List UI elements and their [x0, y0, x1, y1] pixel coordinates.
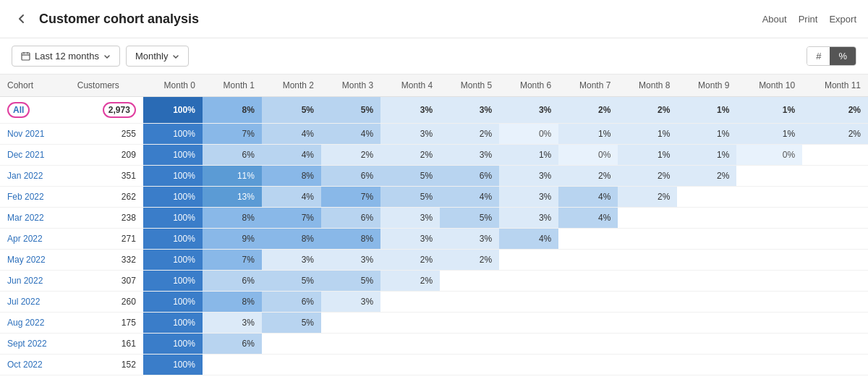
month-10-cell	[736, 334, 802, 355]
period-dropdown[interactable]: Last 12 months	[12, 46, 120, 67]
month-0-cell: 100%	[143, 187, 203, 208]
month-10-cell	[736, 229, 802, 250]
cohort-cell[interactable]: Oct 2022	[0, 355, 70, 375]
month-1-cell: 7%	[203, 250, 262, 271]
month-1-cell: 3%	[203, 313, 262, 334]
col-month8: Month 8	[618, 75, 677, 97]
cohort-cell[interactable]: Feb 2022	[0, 187, 70, 208]
month-9-cell: 2%	[677, 166, 736, 187]
back-icon	[16, 13, 27, 25]
month-11-cell	[802, 292, 868, 313]
month-11-cell	[802, 145, 868, 166]
cohort-cell[interactable]: Jun 2022	[0, 271, 70, 292]
col-month7: Month 7	[558, 75, 618, 97]
month-1-cell	[203, 355, 262, 375]
month-7-cell	[558, 313, 618, 334]
cohort-cell[interactable]: May 2022	[0, 250, 70, 271]
month-6-cell: 1%	[499, 145, 558, 166]
month-7-cell: 4%	[558, 208, 618, 229]
month-10-cell: 1%	[736, 124, 802, 145]
month-11-cell	[802, 355, 868, 375]
month-8-cell: 2%	[618, 166, 677, 187]
month-4-cell	[380, 334, 440, 355]
month-5-cell: 5%	[440, 208, 499, 229]
month-11-cell	[802, 250, 868, 271]
hash-toggle[interactable]: #	[807, 47, 830, 65]
month-9-cell	[677, 355, 736, 375]
export-button[interactable]: Export	[829, 14, 856, 25]
cohort-cell[interactable]: Apr 2022	[0, 229, 70, 250]
month-3-cell: 5%	[321, 97, 380, 124]
cohort-cell[interactable]: Sept 2022	[0, 334, 70, 355]
month-1-cell: 6%	[203, 145, 262, 166]
col-month11: Month 11	[802, 75, 868, 97]
table-row: Apr 2022271100%9%8%8%3%3%4%	[0, 229, 868, 250]
cohort-cell[interactable]: All	[0, 97, 70, 124]
month-3-cell	[321, 313, 380, 334]
month-4-cell: 2%	[380, 250, 440, 271]
month-8-cell	[618, 334, 677, 355]
month-6-cell: 0%	[499, 124, 558, 145]
month-3-cell: 5%	[321, 271, 380, 292]
view-toggle: # %	[807, 46, 856, 66]
col-customers: Customers	[70, 75, 143, 97]
month-0-cell: 100%	[143, 292, 203, 313]
month-7-cell: 4%	[558, 187, 618, 208]
cohort-cell[interactable]: Jan 2022	[0, 166, 70, 187]
cohort-cell[interactable]: Jul 2022	[0, 292, 70, 313]
month-2-cell	[262, 355, 321, 375]
month-9-cell	[677, 334, 736, 355]
table-row: Sept 2022161100%6%	[0, 334, 868, 355]
customers-cell: 238	[70, 208, 143, 229]
month-3-cell: 6%	[321, 166, 380, 187]
about-button[interactable]: About	[762, 14, 787, 25]
back-button[interactable]	[12, 9, 32, 29]
month-2-cell: 5%	[262, 97, 321, 124]
cohort-cell[interactable]: Nov 2021	[0, 124, 70, 145]
customers-cell: 2,973	[70, 97, 143, 124]
month-8-cell: 1%	[618, 145, 677, 166]
month-7-cell	[558, 229, 618, 250]
customers-cell: 260	[70, 292, 143, 313]
month-1-cell: 6%	[203, 334, 262, 355]
month-4-cell: 5%	[380, 187, 440, 208]
table-row: Oct 2022152100%	[0, 355, 868, 375]
month-7-cell: 2%	[558, 97, 618, 124]
month-7-cell	[558, 271, 618, 292]
period-label: Last 12 months	[35, 51, 99, 61]
month-1-cell: 8%	[203, 292, 262, 313]
month-2-cell: 4%	[262, 145, 321, 166]
customers-cell: 332	[70, 250, 143, 271]
cohort-table: Cohort Customers Month 0 Month 1 Month 2…	[0, 75, 868, 375]
cohort-cell[interactable]: Aug 2022	[0, 313, 70, 334]
table-header: Cohort Customers Month 0 Month 1 Month 2…	[0, 75, 868, 97]
cohort-cell[interactable]: Dec 2021	[0, 145, 70, 166]
percent-toggle[interactable]: %	[830, 47, 856, 65]
month-6-cell: 3%	[499, 187, 558, 208]
month-4-cell: 2%	[380, 271, 440, 292]
header-actions: About Print Export	[762, 14, 856, 25]
month-5-cell	[440, 271, 499, 292]
table-row: Jul 2022260100%8%6%3%	[0, 292, 868, 313]
month-3-cell: 3%	[321, 292, 380, 313]
col-month4: Month 4	[380, 75, 440, 97]
month-5-cell: 2%	[440, 124, 499, 145]
month-1-cell: 8%	[203, 208, 262, 229]
month-1-cell: 13%	[203, 187, 262, 208]
month-6-cell	[499, 334, 558, 355]
granularity-dropdown[interactable]: Monthly	[126, 46, 190, 67]
month-7-cell	[558, 250, 618, 271]
month-3-cell: 6%	[321, 208, 380, 229]
month-3-cell: 3%	[321, 250, 380, 271]
month-8-cell: 2%	[618, 187, 677, 208]
month-7-cell: 1%	[558, 124, 618, 145]
cohort-table-container: Cohort Customers Month 0 Month 1 Month 2…	[0, 75, 868, 375]
table-row: Feb 2022262100%13%4%7%5%4%3%4%2%	[0, 187, 868, 208]
month-9-cell	[677, 208, 736, 229]
print-button[interactable]: Print	[799, 14, 818, 25]
month-0-cell: 100%	[143, 271, 203, 292]
month-10-cell	[736, 166, 802, 187]
month-0-cell: 100%	[143, 355, 203, 375]
cohort-cell[interactable]: Mar 2022	[0, 208, 70, 229]
col-cohort: Cohort	[0, 75, 70, 97]
